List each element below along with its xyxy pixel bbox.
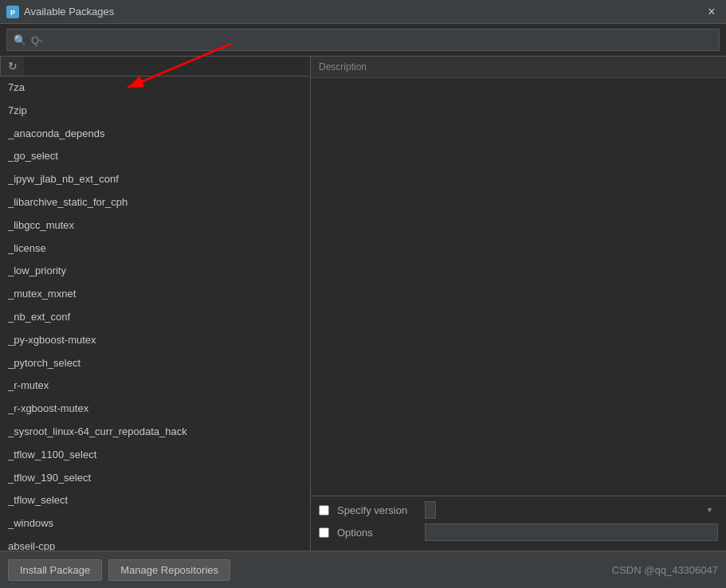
options-area: Specify version Options bbox=[311, 496, 726, 551]
refresh-icon: ↻ bbox=[8, 60, 18, 73]
list-item[interactable]: _r-mutex bbox=[0, 374, 310, 398]
description-header: Description bbox=[311, 57, 726, 78]
watermark: CSDN @qq_43306047 bbox=[612, 564, 718, 576]
specify-version-label: Specify version bbox=[337, 504, 417, 516]
list-item[interactable]: _libgcc_mutex bbox=[0, 214, 310, 237]
version-select-wrapper bbox=[425, 501, 718, 519]
options-input[interactable] bbox=[425, 523, 718, 541]
list-item[interactable]: 7zip bbox=[0, 100, 310, 123]
title-bar-left: P Available Packages bbox=[6, 6, 114, 18]
list-item[interactable]: _anaconda_depends bbox=[0, 123, 310, 146]
list-item[interactable]: _low_priority bbox=[0, 260, 310, 283]
list-item[interactable]: _license bbox=[0, 237, 310, 261]
list-item[interactable]: _windows bbox=[0, 512, 310, 535]
list-item[interactable]: _tflow_190_select bbox=[0, 467, 310, 490]
package-list: 7za7zip_anaconda_depends_go_select_ipyw_… bbox=[0, 76, 310, 551]
package-list-panel: ↻ 7za7zip_anaconda_depends_go_select_ipy… bbox=[0, 57, 311, 551]
main-content: ↻ 7za7zip_anaconda_depends_go_select_ipy… bbox=[0, 57, 726, 551]
specify-version-row: Specify version bbox=[319, 501, 718, 519]
specify-version-checkbox[interactable] bbox=[319, 505, 329, 515]
install-package-button[interactable]: Install Package bbox=[8, 559, 102, 581]
window-title: Available Packages bbox=[24, 6, 114, 18]
list-item[interactable]: _py-xgboost-mutex bbox=[0, 329, 310, 352]
list-item[interactable]: _tflow_select bbox=[0, 489, 310, 512]
options-row: Options bbox=[319, 523, 718, 541]
search-input[interactable] bbox=[31, 34, 712, 46]
title-bar: P Available Packages × bbox=[0, 0, 726, 24]
manage-repositories-button[interactable]: Manage Repositories bbox=[108, 559, 230, 581]
list-item[interactable]: abseil-cpp bbox=[0, 535, 310, 551]
list-item[interactable]: _mutex_mxnet bbox=[0, 283, 310, 306]
list-item[interactable]: 7za bbox=[0, 76, 310, 100]
version-select[interactable] bbox=[425, 501, 436, 519]
list-item[interactable]: _ipyw_jlab_nb_ext_conf bbox=[0, 168, 310, 191]
close-button[interactable]: × bbox=[704, 4, 720, 20]
description-panel: Description Specify version Options bbox=[311, 57, 726, 551]
search-bar: 🔍 bbox=[0, 24, 726, 57]
list-item[interactable]: _go_select bbox=[0, 145, 310, 168]
list-item[interactable]: _pytorch_select bbox=[0, 352, 310, 375]
bottom-bar: Install Package Manage Repositories CSDN… bbox=[0, 551, 726, 588]
app-icon: P bbox=[6, 6, 19, 18]
svg-text:P: P bbox=[10, 9, 15, 17]
list-item[interactable]: _nb_ext_conf bbox=[0, 306, 310, 329]
list-header: ↻ bbox=[0, 57, 310, 76]
list-item[interactable]: _tflow_1100_select bbox=[0, 444, 310, 467]
refresh-button[interactable]: ↻ bbox=[0, 57, 24, 76]
bottom-bar-buttons: Install Package Manage Repositories bbox=[8, 559, 230, 581]
list-item[interactable]: _sysroot_linux-64_curr_repodata_hack bbox=[0, 421, 310, 444]
description-body bbox=[311, 78, 726, 496]
options-checkbox[interactable] bbox=[319, 527, 329, 538]
list-item[interactable]: _r-xgboost-mutex bbox=[0, 398, 310, 421]
options-label: Options bbox=[337, 527, 417, 539]
search-icon: 🔍 bbox=[14, 34, 26, 46]
list-item[interactable]: _libarchive_static_for_cph bbox=[0, 191, 310, 214]
search-wrapper: 🔍 bbox=[6, 29, 720, 51]
